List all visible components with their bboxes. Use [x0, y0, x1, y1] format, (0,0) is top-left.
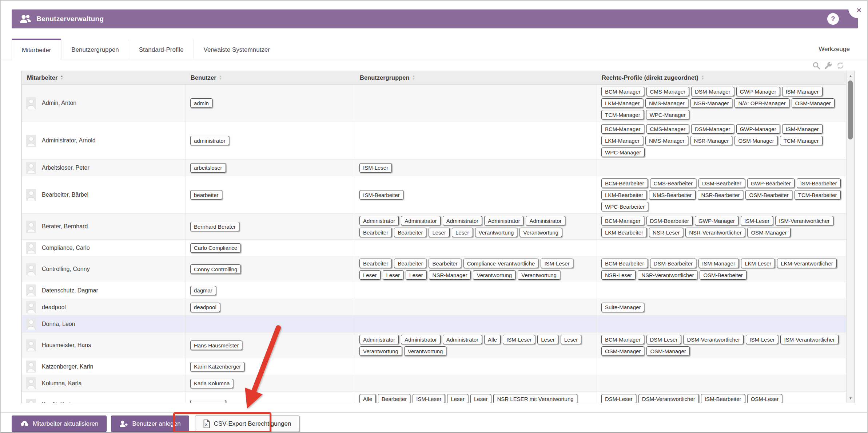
rights-profile-badge[interactable]: BCM-Manager: [601, 216, 644, 225]
rights-profile-badge[interactable]: DSM-Bearbeiter: [698, 178, 745, 188]
group-badge[interactable]: Administrator: [443, 335, 482, 344]
rights-profile-badge[interactable]: NSR-Verantwortlicher: [638, 270, 697, 280]
rights-profile-badge[interactable]: BCM-Bearbeiter: [601, 259, 648, 268]
table-row[interactable]: Bearbeiter, BärbelbearbeiterISM-Bearbeit…: [22, 176, 854, 214]
group-badge[interactable]: ISM-Leser: [359, 163, 392, 173]
rights-profile-badge[interactable]: WPC-Manager: [646, 110, 689, 119]
group-badge[interactable]: Leser: [383, 270, 404, 280]
user-badge[interactable]: Hans Hausmeister: [190, 341, 242, 350]
group-badge[interactable]: Administrator: [359, 216, 399, 225]
rights-profile-badge[interactable]: NMS-Manager: [645, 98, 688, 108]
user-badge[interactable]: deadpool: [190, 303, 220, 312]
rights-profile-badge[interactable]: LKM-Verantwortlicher: [777, 259, 836, 268]
user-badge[interactable]: Conny Controlling: [190, 264, 241, 274]
rights-profile-badge[interactable]: LKM-Leser: [741, 259, 775, 268]
rights-profile-badge[interactable]: NMS-Manager: [645, 136, 688, 145]
user-badge[interactable]: admin: [190, 98, 212, 108]
rights-profile-badge[interactable]: ISM-Verantwortlicher: [780, 335, 838, 344]
group-badge[interactable]: NSR LESER mit Verantwortung: [493, 394, 577, 403]
group-badge[interactable]: Administrator: [484, 216, 523, 225]
group-badge[interactable]: Verantwortung: [473, 270, 515, 280]
help-button[interactable]: ?: [827, 13, 839, 25]
column-header-c2[interactable]: Benutzergruppen▲▼: [355, 71, 597, 84]
group-badge[interactable]: Verantwortung: [519, 228, 562, 237]
column-header-c3[interactable]: Rechte-Profile (direkt zugeordnet)▲▼: [597, 71, 847, 84]
rights-profile-badge[interactable]: ISM-Manager: [782, 124, 823, 134]
user-badge[interactable]: Karin Kredit: [190, 400, 226, 403]
search-icon[interactable]: [812, 61, 821, 70]
rights-profile-badge[interactable]: NMS-Bearbeiter: [649, 190, 696, 200]
user-badge[interactable]: Karin Katzenberger: [190, 362, 244, 371]
tab-mitarbeiter[interactable]: Mitarbeiter: [12, 39, 61, 60]
column-header-c1[interactable]: Benutzer▲▼: [186, 71, 355, 84]
rights-profile-badge[interactable]: OSM-Bearbeiter: [745, 190, 792, 200]
group-badge[interactable]: Administrator: [526, 216, 565, 225]
rights-profile-badge[interactable]: OSM-Manager: [747, 228, 790, 237]
group-badge[interactable]: Bearbeiter: [394, 259, 426, 268]
group-badge[interactable]: Administrator: [359, 335, 399, 344]
rights-profile-badge[interactable]: DSM-Manager: [691, 124, 734, 134]
rights-profile-badge[interactable]: ISM-Verantwortlicher: [775, 216, 833, 225]
sort-arrows-icon[interactable]: ▲▼: [701, 75, 704, 80]
rights-profile-badge[interactable]: BCM-Manager: [601, 87, 644, 96]
table-row[interactable]: deadpooldeadpoolSuite-Manager: [22, 299, 854, 316]
group-badge[interactable]: Verantwortung: [404, 346, 447, 356]
rights-profile-badge[interactable]: OSM-Manager: [601, 346, 644, 356]
table-row[interactable]: Administrator, ArnoldadministratorBCM-Ma…: [22, 122, 854, 160]
group-badge[interactable]: NSR-Manager: [429, 270, 471, 280]
rights-profile-badge[interactable]: ISM-Leser: [746, 335, 778, 344]
group-badge[interactable]: Administrator: [443, 216, 482, 225]
rights-profile-badge[interactable]: OSM-Bearbeiter: [700, 270, 746, 280]
group-badge[interactable]: Verantwortung: [475, 228, 518, 237]
rights-profile-badge[interactable]: OSM-Manager: [646, 346, 689, 356]
table-row[interactable]: Hausmeister, HansHans HausmeisterAdminis…: [22, 332, 854, 358]
table-row[interactable]: Controlling, ConnyConny ControllingBearb…: [22, 256, 854, 282]
group-badge[interactable]: Leser: [561, 335, 582, 344]
rights-profile-badge[interactable]: WPC-Bearbeiter: [601, 202, 648, 211]
rights-profile-badge[interactable]: WPC-Manager: [601, 147, 645, 157]
rights-profile-badge[interactable]: CMS-Manager: [646, 87, 689, 96]
scrollbar-thumb[interactable]: [848, 80, 853, 139]
rights-profile-badge[interactable]: ISM-Leser: [741, 216, 773, 225]
rights-profile-badge[interactable]: DSM-Manager: [691, 87, 734, 96]
rights-profile-badge[interactable]: NSR-Manager: [690, 136, 733, 145]
rights-profile-badge[interactable]: OSM-Manager: [792, 98, 835, 108]
rights-profile-badge[interactable]: BCM-Bearbeiter: [601, 178, 648, 188]
table-row[interactable]: Datenschutz, Dagmardagmar: [22, 282, 854, 299]
rights-profile-badge[interactable]: ISM-Manager: [698, 259, 739, 268]
mitarbeiter-aktualisieren-button[interactable]: Mitarbeiter aktualisieren: [12, 416, 107, 432]
rights-profile-badge[interactable]: DSM-Verantwortlicher: [683, 335, 744, 344]
group-badge[interactable]: ISM-Bearbeiter: [359, 190, 403, 200]
rights-profile-badge[interactable]: NSR-Bearbeiter: [698, 190, 744, 200]
group-badge[interactable]: ISM-Leser: [413, 394, 445, 403]
group-badge[interactable]: Leser: [406, 270, 427, 280]
sort-arrows-icon[interactable]: ▲▼: [60, 75, 63, 80]
user-badge[interactable]: Carlo Compliance: [190, 243, 241, 253]
rights-profile-badge[interactable]: DSM-Verantwortlicher: [638, 394, 699, 403]
rights-profile-badge[interactable]: DSM-Bearbeiter: [646, 216, 693, 225]
column-header-c0[interactable]: Mitarbeiter▲▼: [22, 71, 186, 84]
rights-profile-badge[interactable]: BCM-Manager: [601, 124, 644, 134]
rights-profile-badge[interactable]: TCM-Manager: [780, 136, 823, 145]
rights-profile-badge[interactable]: LKM-Bearbeiter: [601, 228, 647, 237]
rights-profile-badge[interactable]: TCM-Bearbeiter: [795, 190, 841, 200]
user-badge[interactable]: dagmar: [190, 286, 216, 295]
group-badge[interactable]: Bearbeiter: [429, 259, 461, 268]
group-badge[interactable]: Leser: [447, 394, 468, 403]
group-badge[interactable]: Leser: [359, 270, 381, 280]
rights-profile-badge[interactable]: ISM-Bearbeiter: [797, 178, 841, 188]
benutzer-anlegen-button[interactable]: Benutzer anlegen: [111, 416, 189, 432]
group-badge[interactable]: Bearbeiter: [394, 228, 426, 237]
csv-export-berechtigungen-button[interactable]: xCSV-Export Berechtigungen: [195, 416, 300, 432]
rights-profile-badge[interactable]: ISM-Bearbeiter: [701, 394, 745, 403]
group-badge[interactable]: Alle: [484, 335, 501, 344]
rights-profile-badge[interactable]: TCM-Manager: [601, 110, 644, 119]
refresh-icon[interactable]: [836, 61, 845, 70]
tab-standard-profile[interactable]: Standard-Profile: [129, 39, 194, 60]
rights-profile-badge[interactable]: DSM-Bearbeiter: [650, 259, 697, 268]
rights-profile-badge[interactable]: NSR-Manager: [690, 98, 733, 108]
rights-profile-badge[interactable]: NSR-Leser: [601, 270, 636, 280]
group-badge[interactable]: Compliance-Verantwortliche: [463, 259, 539, 268]
table-row[interactable]: Katzenberger, KarinKarin Katzenberger: [22, 358, 854, 375]
rights-profile-badge[interactable]: LKM-Manager: [601, 136, 643, 145]
